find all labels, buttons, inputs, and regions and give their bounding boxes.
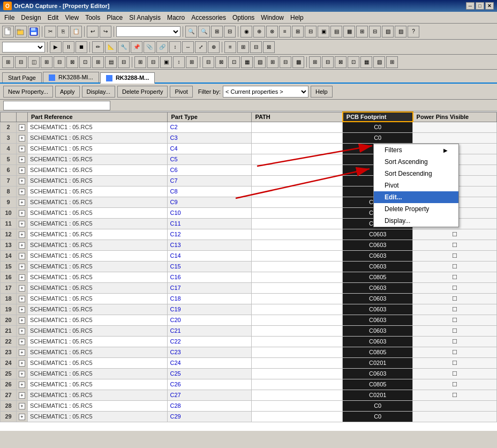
expand-button[interactable]: + xyxy=(19,221,25,227)
tb3-btn-11[interactable]: ⊞ xyxy=(134,56,146,68)
expand-button[interactable]: + xyxy=(19,328,25,334)
cell-part-type[interactable] xyxy=(252,272,343,282)
menu-edit[interactable]: Edit xyxy=(44,13,62,23)
tb3-btn-26[interactable]: ⊠ xyxy=(335,56,347,68)
ctx-edit[interactable]: Edit... xyxy=(374,191,458,203)
cell-part-ref[interactable]: C20 xyxy=(168,315,252,325)
col-pcb-footprint[interactable]: PCB Footprint xyxy=(343,112,413,122)
expand-button[interactable]: + xyxy=(19,392,25,399)
filter-dropdown[interactable]: < Current properties > xyxy=(223,86,308,98)
menu-file[interactable]: File xyxy=(1,13,18,23)
tb2-btn-16[interactable]: ⊟ xyxy=(250,41,262,53)
cell-pcb-footprint[interactable]: C0603 xyxy=(343,229,413,240)
cell-part-type[interactable] xyxy=(252,411,343,422)
expand-button[interactable]: + xyxy=(19,253,25,259)
col-path[interactable]: PATH xyxy=(252,112,343,122)
cell-part-type[interactable] xyxy=(252,347,343,357)
cell-part-ref[interactable]: C10 xyxy=(168,207,252,218)
cell-power-pins[interactable]: ☐ xyxy=(413,368,497,379)
cell-pcb-footprint[interactable]: C0603 xyxy=(343,250,413,261)
cell-power-pins[interactable]: ☐ xyxy=(413,315,497,325)
table-row[interactable]: 19+SCHEMATIC1 : 05.RC5C19C0603☐ xyxy=(1,304,497,315)
cell-power-pins[interactable]: ☐ xyxy=(413,282,497,293)
expand-button[interactable]: + xyxy=(19,339,25,345)
maximize-button[interactable]: □ xyxy=(476,2,484,10)
delete-property-button[interactable]: Delete Property xyxy=(117,86,168,98)
tab-rk3288-2[interactable]: RK3288-M... xyxy=(100,72,155,84)
cell-part-ref[interactable]: C23 xyxy=(168,347,252,357)
minimize-button[interactable]: ─ xyxy=(466,2,475,10)
cell-part-ref[interactable]: C22 xyxy=(168,336,252,347)
table-row[interactable]: 14+SCHEMATIC1 : 05.RC5C14C0603☐ xyxy=(1,250,497,261)
cell-part-type[interactable] xyxy=(252,315,343,325)
expand-button[interactable]: + xyxy=(19,382,25,388)
cell-power-pins[interactable]: ☐ xyxy=(413,272,497,282)
tb3-btn-29[interactable]: ▧ xyxy=(373,56,385,68)
expand-button[interactable]: + xyxy=(19,156,25,163)
cell-part-ref[interactable]: C5 xyxy=(168,154,252,165)
cut-button[interactable]: ✂ xyxy=(44,26,56,38)
cell-part-type[interactable] xyxy=(252,357,343,368)
cell-power-pins[interactable]: ☐ xyxy=(413,250,497,261)
close-button[interactable]: ✕ xyxy=(485,2,494,10)
tb3-btn-1[interactable]: ⊞ xyxy=(2,56,14,68)
col-part-type[interactable]: Part Type xyxy=(168,112,252,122)
menu-tools[interactable]: Tools xyxy=(82,13,103,23)
tb2-btn-9[interactable]: 🔗 xyxy=(156,41,168,53)
table-row[interactable]: 16+SCHEMATIC1 : 05.RC5C16C0805☐ xyxy=(1,272,497,282)
cell-part-ref[interactable]: C7 xyxy=(168,175,252,186)
expand-button[interactable]: + xyxy=(19,371,25,377)
cell-power-pins[interactable]: ☐ xyxy=(413,357,497,368)
table-row[interactable]: 18+SCHEMATIC1 : 05.RC5C18C0603☐ xyxy=(1,293,497,304)
cell-power-pins[interactable]: ☐ xyxy=(413,379,497,390)
tb2-btn-14[interactable]: ≡ xyxy=(224,41,236,53)
display-button[interactable]: Display... xyxy=(82,86,115,98)
tb2-btn-7[interactable]: 📌 xyxy=(131,41,142,53)
cell-pcb-footprint[interactable]: C0805 xyxy=(343,347,413,357)
tb2-btn-11[interactable]: ↔ xyxy=(182,41,194,53)
tb3-btn-9[interactable]: ▤ xyxy=(105,56,117,68)
tb3-btn-6[interactable]: ⊠ xyxy=(66,56,78,68)
cell-part-type[interactable] xyxy=(252,400,343,411)
cell-part-ref[interactable]: C18 xyxy=(168,293,252,304)
table-row[interactable]: 25+SCHEMATIC1 : 05.RC5C25C0603☐ xyxy=(1,368,497,379)
tb2-btn-3[interactable]: ⏹ xyxy=(76,41,87,53)
tb3-btn-14[interactable]: ↕ xyxy=(173,56,185,68)
cell-part-ref[interactable]: C16 xyxy=(168,272,252,282)
cell-pcb-footprint[interactable]: C0603 xyxy=(343,368,413,379)
tb-btn-15[interactable]: ⊞ xyxy=(356,26,368,38)
cell-part-ref[interactable]: C27 xyxy=(168,390,252,400)
undo-button[interactable]: ↩ xyxy=(87,26,99,38)
table-row[interactable]: 22+SCHEMATIC1 : 05.RC5C22C0603☐ xyxy=(1,336,497,347)
toolbar2-dropdown[interactable] xyxy=(2,42,45,53)
expand-button[interactable]: + xyxy=(19,135,25,141)
menu-design[interactable]: Design xyxy=(18,13,44,23)
cell-power-pins[interactable]: ☐ xyxy=(413,229,497,240)
cell-part-ref[interactable]: C4 xyxy=(168,143,252,154)
cell-part-type[interactable] xyxy=(252,261,343,272)
cell-part-type[interactable] xyxy=(252,143,343,154)
tab-start-page[interactable]: Start Page xyxy=(2,72,42,83)
tb3-btn-16[interactable]: ⊟ xyxy=(202,56,214,68)
ctx-display[interactable]: Display... xyxy=(374,215,458,227)
cell-part-ref[interactable]: C19 xyxy=(168,304,252,315)
cell-part-ref[interactable]: C9 xyxy=(168,197,252,207)
tb-btn-13[interactable]: ▤ xyxy=(330,26,342,38)
table-row[interactable]: 21+SCHEMATIC1 : 05.RC5C21C0603☐ xyxy=(1,325,497,336)
new-property-button[interactable]: New Property... xyxy=(3,86,53,98)
tb2-btn-1[interactable]: ▶ xyxy=(50,41,62,53)
tb-btn-16[interactable]: ⊟ xyxy=(369,26,381,38)
expand-button[interactable]: + xyxy=(19,189,25,195)
cell-part-type[interactable] xyxy=(252,293,343,304)
cell-part-ref[interactable]: C17 xyxy=(168,282,252,293)
cell-part-ref[interactable]: C29 xyxy=(168,411,252,422)
menu-help[interactable]: Help xyxy=(287,13,307,23)
cell-part-type[interactable] xyxy=(252,122,343,132)
expand-button[interactable]: + xyxy=(19,232,25,238)
cell-part-type[interactable] xyxy=(252,132,343,143)
ctx-sort-ascending[interactable]: Sort Ascending xyxy=(374,156,458,168)
tb3-btn-10[interactable]: ⊟ xyxy=(118,56,130,68)
open-button[interactable] xyxy=(15,26,27,38)
cell-pcb-footprint[interactable]: C0603 xyxy=(343,325,413,336)
tb-btn-14[interactable]: ▦ xyxy=(343,26,355,38)
